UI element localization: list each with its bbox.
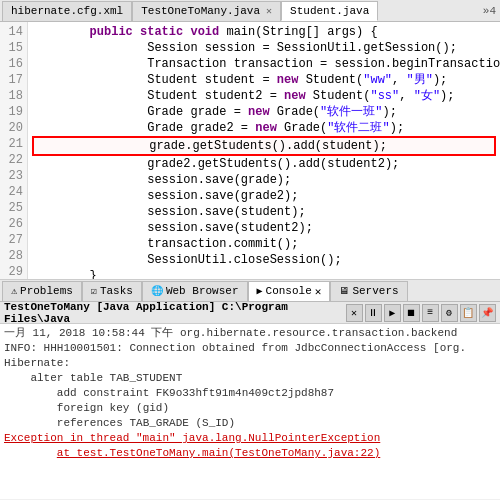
console-output: 一月 11, 2018 10:58:44 下午 org.hibernate.re… — [0, 324, 500, 499]
console-run-btn[interactable]: ▶ — [384, 304, 401, 322]
code-line-25: session.save(grade2); — [32, 188, 496, 204]
bottom-tab-bar: ⚠ Problems ☑ Tasks 🌐 Web Browser ▶ Conso… — [0, 280, 500, 302]
console-line-3: Hibernate: — [4, 356, 496, 371]
console-pin-btn[interactable]: 📌 — [479, 304, 496, 322]
console-line-8: references TAB_GRADE (S_ID) — [4, 416, 496, 431]
code-line-29: SessionUtil.closeSession(); — [32, 252, 496, 268]
console-icon: ▶ — [257, 285, 263, 297]
tasks-label: Tasks — [100, 285, 133, 297]
servers-icon: 🖥 — [339, 285, 349, 297]
console-terminate-btn[interactable]: ✕ — [346, 304, 363, 322]
console-label-tab: Console — [266, 285, 312, 297]
code-line-18: Student student = new Student("ww", "男")… — [32, 72, 496, 88]
browser-label: Web Browser — [166, 285, 239, 297]
tab-test-onetomany[interactable]: TestOneToMany.java ✕ — [132, 1, 281, 21]
console-line-7: foreign key (gid) — [4, 401, 496, 416]
console-line-5: alter table TAB_STUDENT — [4, 371, 496, 386]
tab-console[interactable]: ▶ Console ✕ — [248, 281, 331, 301]
console-line-6: add constraint FK9o33hft91m4n409ct2jpd8h… — [4, 386, 496, 401]
tab-close-icon[interactable]: ✕ — [266, 5, 272, 17]
code-line-17: Transaction transaction = session.beginT… — [32, 56, 496, 72]
console-menu-btn[interactable]: ≡ — [422, 304, 439, 322]
tab-problems[interactable]: ⚠ Problems — [2, 281, 82, 301]
console-line-1: 一月 11, 2018 10:58:44 下午 org.hibernate.re… — [4, 326, 496, 341]
code-editor: 14 15 16 17 18 19 20 21 22 23 24 25 26 2… — [0, 22, 500, 280]
problems-icon: ⚠ — [11, 285, 17, 297]
console-toolbar: TestOneToMany [Java Application] C:\Prog… — [0, 302, 500, 324]
code-line-16: Session session = SessionUtil.getSession… — [32, 40, 496, 56]
tab-label: Student.java — [290, 5, 369, 17]
tasks-icon: ☑ — [91, 285, 97, 297]
tab-label: hibernate.cfg.xml — [11, 5, 123, 17]
code-line-24: session.save(grade); — [32, 172, 496, 188]
console-line-2: INFO: HHH10001501: Connection obtained f… — [4, 341, 496, 356]
console-error-line-2[interactable]: at test.TestOneToMany.main(TestOneToMany… — [4, 446, 496, 461]
code-text[interactable]: public static void main(String[] args) {… — [28, 22, 500, 279]
tab-hibernate-cfg[interactable]: hibernate.cfg.xml — [2, 1, 132, 21]
code-line-21: Grade grade2 = new Grade("软件二班"); — [32, 120, 496, 136]
browser-icon: 🌐 — [151, 285, 163, 297]
code-line-15: public static void main(String[] args) { — [32, 24, 496, 40]
line-number-gutter: 14 15 16 17 18 19 20 21 22 23 24 25 26 2… — [0, 22, 28, 279]
tab-web-browser[interactable]: 🌐 Web Browser — [142, 281, 248, 301]
code-line-26: session.save(student); — [32, 204, 496, 220]
problems-label: Problems — [20, 285, 73, 297]
code-line-27: session.save(student2); — [32, 220, 496, 236]
code-line-22-boxed: grade.getStudents().add(student); — [32, 136, 496, 156]
tab-label: TestOneToMany.java — [141, 5, 260, 17]
tab-overflow[interactable]: »4 — [479, 5, 500, 17]
code-line-19: Student student2 = new Student("ss", "女"… — [32, 88, 496, 104]
code-line-23: grade2.getStudents().add(student2); — [32, 156, 496, 172]
console-error-line-1[interactable]: Exception in thread "main" java.lang.Nul… — [4, 431, 496, 446]
code-line-28: transaction.commit(); — [32, 236, 496, 252]
console-suspend-btn[interactable]: ⏸ — [365, 304, 382, 322]
console-title-label: TestOneToMany [Java Application] C:\Prog… — [4, 301, 340, 325]
console-close-icon[interactable]: ✕ — [315, 285, 322, 298]
tab-student-java[interactable]: Student.java — [281, 1, 378, 21]
servers-label: Servers — [352, 285, 398, 297]
console-stop-btn[interactable]: ⏹ — [403, 304, 420, 322]
editor-tab-bar: hibernate.cfg.xml TestOneToMany.java ✕ S… — [0, 0, 500, 22]
code-line-30: } — [32, 268, 496, 279]
console-settings-btn[interactable]: ⚙ — [441, 304, 458, 322]
tab-servers[interactable]: 🖥 Servers — [330, 281, 407, 301]
console-copy-btn[interactable]: 📋 — [460, 304, 477, 322]
code-line-20: Grade grade = new Grade("软件一班"); — [32, 104, 496, 120]
tab-tasks[interactable]: ☑ Tasks — [82, 281, 142, 301]
